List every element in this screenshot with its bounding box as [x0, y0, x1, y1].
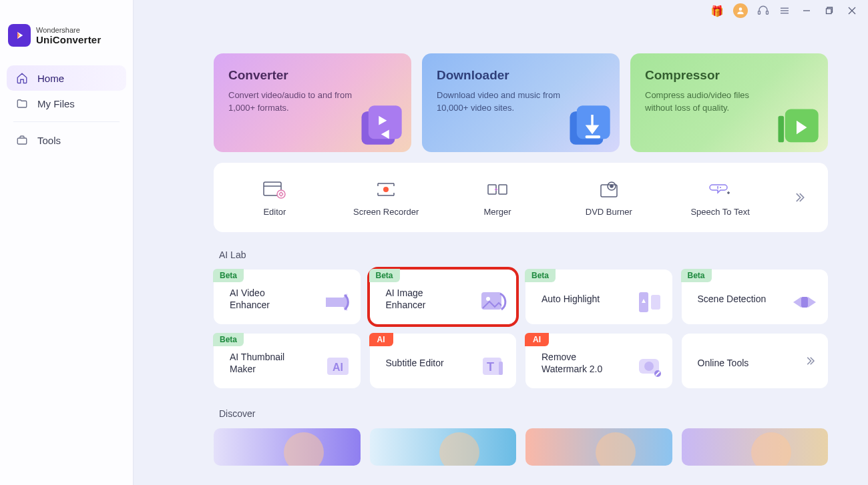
hero-desc: Download video and music from 10,000+ vi…: [437, 89, 564, 115]
svg-point-38: [644, 362, 654, 371]
video-enhancer-art-icon: [320, 286, 354, 319]
lab-title: Scene Detection: [698, 293, 767, 305]
hero-title: Compressor: [645, 68, 813, 83]
sidebar-item-label: Tools: [37, 135, 61, 146]
svg-point-26: [610, 185, 613, 187]
hero-converter[interactable]: Converter Convert video/audio to and fro…: [214, 53, 411, 152]
svg-rect-36: [499, 362, 503, 375]
lab-ai-thumbnail-maker[interactable]: Beta AI Thumbnail Maker AI: [214, 334, 361, 388]
svg-point-0: [739, 7, 742, 11]
tool-editor[interactable]: Editor: [219, 179, 331, 217]
thumbnail-maker-art-icon: AI: [320, 350, 354, 383]
speech-to-text-icon: [708, 179, 732, 200]
tool-label: Screen Recorder: [353, 207, 419, 217]
sidebar-item-home[interactable]: Home: [7, 65, 126, 91]
lab-title: AI Image Enhancer: [386, 287, 459, 311]
main-content: Converter Convert video/audio to and fro…: [134, 0, 868, 485]
tool-label: Editor: [263, 207, 286, 217]
subtitle-editor-art-icon: T: [476, 350, 509, 383]
home-icon: [16, 72, 28, 84]
lab-title: Remove Watermark 2.0: [541, 351, 615, 375]
scene-detection-art-icon: [788, 286, 821, 319]
hero-downloader[interactable]: Downloader Download video and music from…: [422, 53, 620, 152]
discover-card-3[interactable]: [525, 428, 672, 466]
tool-screen-recorder[interactable]: Screen Recorder: [331, 179, 442, 217]
lab-title: AI Thumbnail Maker: [230, 351, 303, 375]
beta-badge: Beta: [213, 269, 244, 282]
hero-desc: Compress audio/video files without loss …: [645, 89, 772, 115]
screen-recorder-icon: [374, 179, 398, 200]
sidebar: Wondershare UniConverter Home My Files T…: [0, 0, 134, 485]
logo-mark-icon: [8, 24, 31, 47]
lab-auto-highlight[interactable]: Beta Auto Highlight: [525, 270, 672, 324]
remove-watermark-art-icon: [632, 350, 666, 383]
auto-highlight-art-icon: [632, 286, 666, 319]
svg-rect-23: [499, 185, 507, 194]
hero-title: Converter: [228, 68, 397, 83]
sidebar-divider: [13, 121, 120, 122]
tool-dvd-burner[interactable]: DVD Burner: [553, 179, 664, 217]
compressor-art-icon: [768, 99, 825, 152]
beta-badge: Beta: [213, 333, 244, 346]
discover-card-1[interactable]: [214, 428, 361, 466]
maximize-button[interactable]: [823, 7, 836, 15]
sidebar-item-label: Home: [37, 73, 64, 84]
sidebar-item-myfiles[interactable]: My Files: [7, 91, 126, 116]
hero-title: Downloader: [437, 68, 605, 83]
lab-ai-video-enhancer[interactable]: Beta AI Video Enhancer: [214, 270, 361, 324]
toolbox-icon: [16, 134, 28, 146]
lab-remove-watermark[interactable]: AI Remove Watermark 2.0: [525, 334, 672, 388]
svg-point-21: [383, 187, 389, 192]
dvd-burner-icon: [597, 179, 621, 200]
chevron-right-icon: [804, 355, 816, 367]
editor-icon: [262, 179, 286, 200]
merger-icon: [485, 179, 509, 200]
lab-title: Auto Highlight: [541, 293, 600, 305]
tools-strip: Editor Screen Recorder Merger DVD Burner…: [214, 163, 828, 232]
tools-more-button[interactable]: [776, 191, 823, 204]
lab-title: AI Video Enhancer: [230, 287, 303, 311]
menu-icon[interactable]: [779, 5, 791, 17]
tool-label: DVD Burner: [586, 207, 632, 217]
svg-rect-15: [586, 135, 600, 138]
user-avatar[interactable]: [733, 3, 748, 18]
svg-rect-30: [651, 295, 660, 310]
converter-art-icon: [351, 99, 409, 152]
section-discover-label: Discover: [219, 408, 828, 419]
close-button[interactable]: [845, 7, 859, 15]
lab-scene-detection[interactable]: Beta Scene Detection: [682, 270, 829, 324]
ai-badge: AI: [369, 333, 393, 346]
minimize-button[interactable]: [800, 7, 813, 15]
svg-text:AI: AI: [333, 362, 343, 373]
lab-subtitle-editor[interactable]: AI Subtitle Editor T: [370, 334, 517, 388]
lab-ai-image-enhancer[interactable]: Beta AI Image Enhancer: [370, 270, 517, 324]
sidebar-item-label: My Files: [37, 98, 75, 109]
section-ai-lab-label: AI Lab: [219, 250, 828, 260]
tool-label: Speech To Text: [690, 207, 749, 217]
svg-rect-31: [801, 297, 808, 308]
hero-compressor[interactable]: Compressor Compress audio/video files wi…: [630, 53, 828, 152]
image-enhancer-art-icon: [476, 286, 509, 319]
svg-point-28: [486, 297, 490, 301]
discover-card-2[interactable]: [370, 428, 517, 466]
svg-rect-10: [17, 138, 27, 144]
sidebar-item-tools[interactable]: Tools: [7, 127, 126, 153]
discover-card-4[interactable]: [682, 428, 829, 466]
brand-line1: Wondershare: [36, 26, 101, 34]
svg-rect-17: [778, 116, 784, 143]
app-logo: Wondershare UniConverter: [0, 0, 133, 63]
tool-speech-to-text[interactable]: Speech To Text: [664, 179, 776, 217]
svg-rect-1: [758, 11, 761, 15]
hero-desc: Convert video/audio to and from 1,000+ f…: [228, 89, 355, 115]
beta-badge: Beta: [525, 269, 556, 282]
svg-rect-24: [601, 185, 617, 197]
ai-badge: AI: [525, 333, 549, 346]
support-icon[interactable]: [757, 5, 769, 17]
beta-badge: Beta: [681, 269, 712, 282]
svg-point-20: [277, 190, 285, 198]
lab-online-tools[interactable]: Online Tools: [682, 334, 829, 388]
svg-rect-7: [827, 9, 832, 14]
downloader-art-icon: [560, 99, 617, 152]
gift-icon[interactable]: 🎁: [710, 5, 724, 17]
tool-merger[interactable]: Merger: [442, 179, 554, 217]
